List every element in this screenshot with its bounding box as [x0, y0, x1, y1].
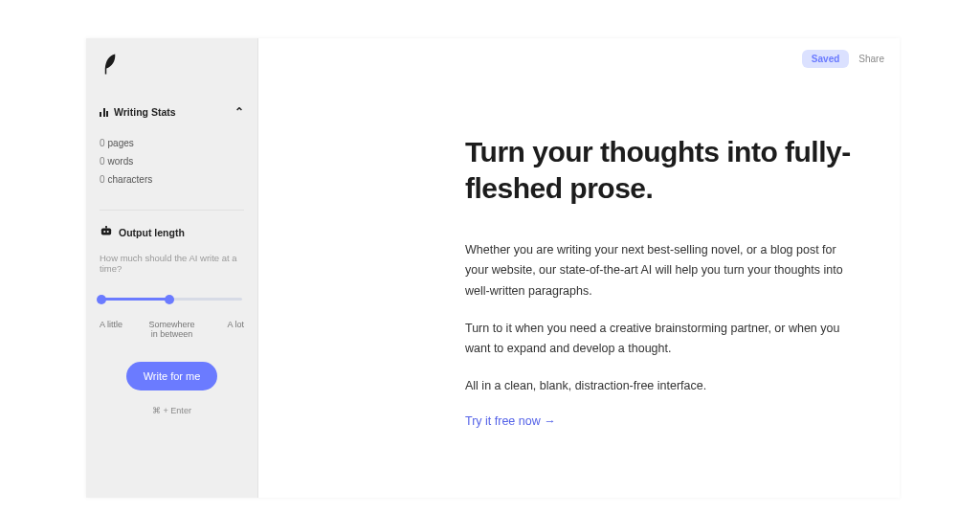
- document-paragraph: Whether you are writing your next best-s…: [465, 240, 848, 301]
- slider-label-min: A little: [100, 320, 147, 339]
- output-length-header[interactable]: Output length: [100, 226, 244, 239]
- divider: [100, 210, 244, 211]
- editor-area[interactable]: Saved Share Turn your thoughts into full…: [258, 38, 900, 498]
- sidebar: Writing Stats ⌃ 0pages 0words 0character…: [86, 38, 258, 498]
- document-title: Turn your thoughts into fully-fleshed pr…: [465, 134, 867, 206]
- stat-pages: 0pages: [100, 134, 244, 152]
- saved-button[interactable]: Saved: [802, 50, 849, 68]
- svg-point-2: [107, 231, 109, 233]
- output-length-slider[interactable]: [101, 293, 242, 304]
- keyboard-shortcut-hint: ⌘ + Enter: [100, 406, 244, 415]
- try-free-cta[interactable]: Try it free now →: [465, 414, 867, 428]
- svg-point-1: [103, 231, 105, 233]
- bar-chart-icon: [100, 107, 108, 117]
- output-length-hint: How much should the AI write at a time?: [100, 253, 244, 274]
- topbar: Saved Share: [802, 50, 884, 68]
- stats-list: 0pages 0words 0characters: [100, 134, 244, 189]
- writing-stats-label: Writing Stats: [114, 106, 176, 118]
- document-paragraph: Turn to it when you need a creative brai…: [465, 319, 848, 360]
- svg-rect-0: [101, 229, 111, 235]
- document-paragraph: All in a clean, blank, distraction-free …: [465, 376, 848, 396]
- robot-icon: [100, 226, 113, 239]
- app-window: Writing Stats ⌃ 0pages 0words 0character…: [86, 38, 900, 498]
- slider-label-max: A lot: [196, 320, 244, 339]
- share-link[interactable]: Share: [858, 54, 884, 64]
- slider-labels: A little Somewhere in between A lot: [100, 320, 244, 339]
- output-length-label: Output length: [119, 227, 185, 238]
- feather-logo-icon: [101, 52, 244, 78]
- writing-stats-header[interactable]: Writing Stats ⌃: [100, 105, 244, 119]
- svg-rect-3: [105, 226, 107, 229]
- chevron-up-icon: ⌃: [234, 105, 244, 119]
- document[interactable]: Turn your thoughts into fully-fleshed pr…: [465, 134, 867, 428]
- stat-words: 0words: [100, 152, 244, 170]
- write-for-me-button[interactable]: Write for me: [126, 362, 218, 390]
- slider-label-mid: Somewhere in between: [148, 320, 196, 339]
- stat-characters: 0characters: [100, 170, 244, 189]
